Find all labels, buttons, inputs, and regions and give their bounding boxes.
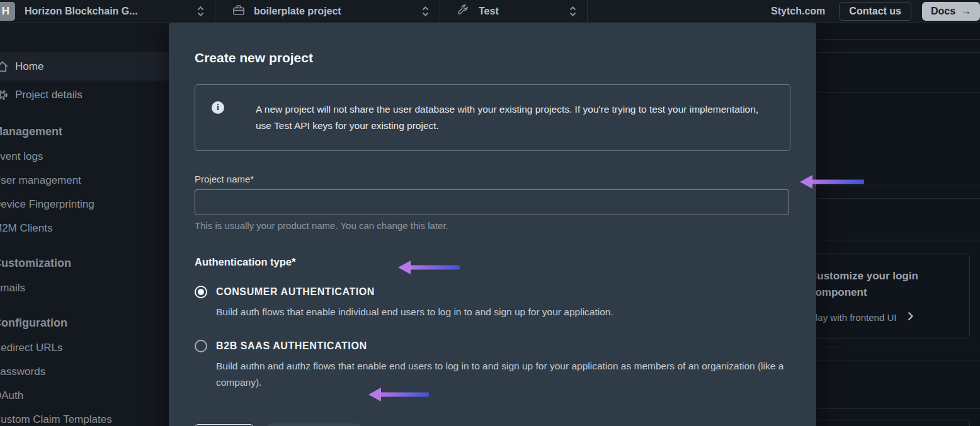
home-icon [0, 60, 9, 73]
divider [817, 52, 980, 53]
environment-name: Test [479, 6, 499, 17]
divider [817, 186, 980, 186]
topbar-switchers: H Horizon Blockchain G... boilerplate pr… [0, 0, 588, 22]
docs-button[interactable]: Docs → [922, 2, 980, 21]
docs-button-label: Docs [931, 6, 955, 17]
create-project-button[interactable]: Create project [268, 423, 361, 426]
radio-label: B2B SAAS AUTHENTICATION [216, 340, 367, 352]
chevron-updown-icon [421, 6, 430, 17]
divider [817, 240, 980, 240]
divider [817, 39, 980, 40]
divider [817, 347, 980, 347]
sidebar-section-customization: Customization [0, 257, 169, 270]
sidebar-item-event-logs[interactable]: Event logs [0, 145, 169, 169]
project-name-input[interactable] [195, 189, 789, 215]
topbar-actions: Stytch.com Contact us Docs → [771, 0, 980, 22]
divider [817, 92, 980, 93]
radio-consumer-authentication[interactable]: CONSUMER AUTHENTICATION [195, 286, 790, 298]
org-avatar: H [0, 2, 15, 21]
chevron-updown-icon [569, 6, 577, 17]
divider [817, 198, 980, 199]
info-icon: i [212, 101, 224, 114]
info-callout: i A new project will not share the user … [195, 84, 790, 151]
project-name: boilerplate project [254, 6, 341, 17]
top-bar: H Horizon Blockchain G... boilerplate pr… [0, 0, 980, 23]
card-title: Customize your login component [809, 268, 942, 301]
auth-type-label: Authentication type* [195, 256, 790, 268]
environment-switcher[interactable]: Test [440, 0, 587, 22]
sidebar-top-rule [0, 23, 169, 52]
background-card-partial [801, 420, 970, 426]
stytch-com-link[interactable]: Stytch.com [771, 6, 825, 17]
sidebar-item-custom-claim-templates[interactable]: Custom Claim Templates [0, 408, 169, 426]
radio-unselected-icon[interactable] [195, 340, 207, 352]
project-switcher[interactable]: boilerplate project [215, 0, 440, 22]
gear-icon [0, 89, 9, 101]
sidebar-item-emails[interactable]: Emails [0, 276, 169, 300]
radio-description: Build auth flows that enable individual … [216, 304, 787, 320]
arrow-right-icon: → [961, 6, 971, 17]
divider [587, 0, 588, 22]
chevron-right-icon [908, 311, 913, 323]
frontend-ui-link-label: Play with frontend UI [809, 312, 896, 323]
wrench-icon [457, 3, 470, 20]
sidebar-nav: Home Project details Management Event lo… [0, 23, 169, 426]
sidebar-section-configuration: Configuration [0, 317, 169, 330]
create-project-modal: Create new project i A new project will … [169, 20, 816, 426]
radio-selected-icon[interactable] [195, 286, 207, 298]
org-switcher[interactable]: H Horizon Blockchain G... [0, 0, 215, 22]
sidebar-item-label: Project details [15, 89, 83, 101]
sidebar-item-home[interactable]: Home [0, 52, 169, 81]
sidebar-item-project-details[interactable]: Project details [0, 81, 169, 109]
sidebar-item-label: Home [15, 60, 43, 73]
sidebar-item-passwords[interactable]: Passwords [0, 360, 169, 384]
radio-description: Build authn and authz flows that enable … [216, 358, 787, 391]
frontend-ui-link[interactable]: Play with frontend UI [809, 311, 962, 323]
sidebar-item-device-fingerprinting[interactable]: Device Fingerprinting [0, 193, 169, 216]
dimmed-page-background: Customize your login component Play with… [817, 23, 980, 426]
contact-us-button[interactable]: Contact us [839, 2, 911, 21]
info-text: A new project will not share the user da… [256, 101, 771, 134]
org-name: Horizon Blockchain G... [25, 6, 138, 17]
briefcase-icon [232, 3, 246, 20]
sidebar-item-redirect-urls[interactable]: Redirect URLs [0, 336, 169, 360]
sidebar-item-user-management[interactable]: User management [0, 169, 169, 193]
divider [817, 361, 980, 361]
sidebar-section-management: Management [0, 125, 169, 138]
modal-button-row: Cancel Create project [195, 423, 790, 426]
sidebar-item-m2m-clients[interactable]: M2M Clients [0, 216, 169, 240]
radio-label: CONSUMER AUTHENTICATION [216, 286, 375, 298]
sidebar-item-oauth[interactable]: OAuth [0, 384, 169, 408]
radio-b2b-saas-authentication[interactable]: B2B SAAS AUTHENTICATION [195, 340, 790, 352]
cancel-button[interactable]: Cancel [195, 424, 254, 426]
project-name-helper: This is usually your product name. You c… [195, 220, 790, 231]
divider [817, 408, 980, 409]
chevron-updown-icon [197, 6, 205, 17]
project-name-label: Project name* [195, 174, 790, 184]
modal-title: Create new project [195, 50, 790, 65]
customize-login-card: Customize your login component Play with… [801, 254, 970, 339]
